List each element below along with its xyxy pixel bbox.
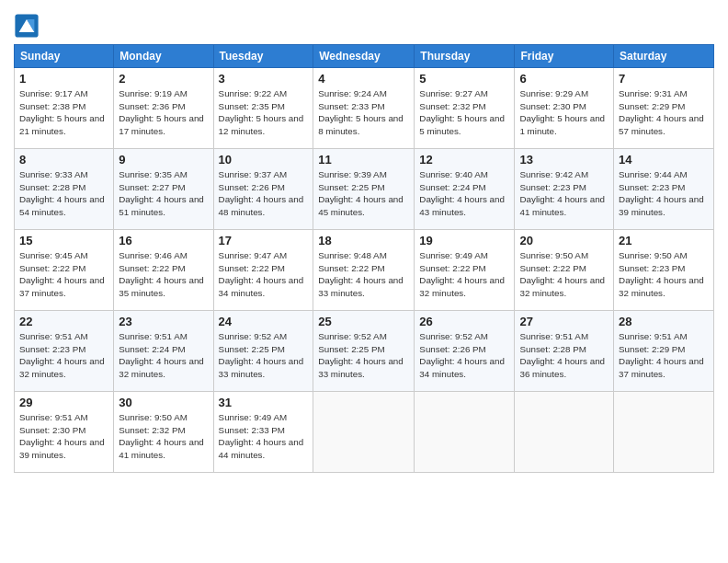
day-number: 25 [318,315,409,328]
day-info: Sunrise: 9:35 AM Sunset: 2:27 PM Dayligh… [119,168,208,219]
day-info: Sunrise: 9:51 AM Sunset: 2:29 PM Dayligh… [619,330,709,381]
header-monday: Monday [114,45,213,68]
calendar-cell: 20 Sunrise: 9:50 AM Sunset: 2:22 PM Dayl… [515,230,614,311]
day-number: 4 [318,72,409,86]
calendar-cell: 12 Sunrise: 9:40 AM Sunset: 2:24 PM Dayl… [415,149,515,230]
day-number: 30 [119,396,208,409]
day-info: Sunrise: 9:29 AM Sunset: 2:30 PM Dayligh… [519,87,609,138]
day-info: Sunrise: 9:52 AM Sunset: 2:25 PM Dayligh… [219,330,309,381]
header-row: SundayMondayTuesdayWednesdayThursdayFrid… [15,45,714,68]
day-number: 2 [119,72,208,86]
page: SundayMondayTuesdayWednesdayThursdayFrid… [0,0,728,563]
day-number: 20 [519,234,609,247]
day-number: 22 [19,315,108,328]
day-info: Sunrise: 9:46 AM Sunset: 2:22 PM Dayligh… [119,249,208,300]
calendar-cell: 21 Sunrise: 9:50 AM Sunset: 2:23 PM Dayl… [614,230,714,311]
day-info: Sunrise: 9:22 AM Sunset: 2:35 PM Dayligh… [219,87,309,138]
day-info: Sunrise: 9:27 AM Sunset: 2:32 PM Dayligh… [419,87,509,138]
day-number: 10 [219,153,309,167]
day-info: Sunrise: 9:42 AM Sunset: 2:23 PM Dayligh… [519,168,609,219]
calendar-cell [415,392,515,473]
day-number: 19 [419,234,509,247]
day-info: Sunrise: 9:50 AM Sunset: 2:22 PM Dayligh… [519,249,609,300]
calendar-cell: 31 Sunrise: 9:49 AM Sunset: 2:33 PM Dayl… [213,392,313,473]
calendar-cell: 7 Sunrise: 9:31 AM Sunset: 2:29 PM Dayli… [614,68,714,149]
day-number: 18 [318,234,409,247]
day-info: Sunrise: 9:51 AM Sunset: 2:28 PM Dayligh… [519,330,609,381]
day-info: Sunrise: 9:45 AM Sunset: 2:22 PM Dayligh… [19,249,108,300]
day-info: Sunrise: 9:19 AM Sunset: 2:36 PM Dayligh… [119,87,208,138]
day-number: 16 [119,234,208,247]
day-info: Sunrise: 9:51 AM Sunset: 2:30 PM Dayligh… [19,411,108,462]
calendar-cell: 25 Sunrise: 9:52 AM Sunset: 2:25 PM Dayl… [313,311,415,392]
day-number: 15 [19,234,108,247]
header-sunday: Sunday [15,45,114,68]
day-info: Sunrise: 9:40 AM Sunset: 2:24 PM Dayligh… [419,168,509,219]
day-number: 17 [219,234,309,247]
calendar-cell: 23 Sunrise: 9:51 AM Sunset: 2:24 PM Dayl… [114,311,213,392]
calendar-cell: 29 Sunrise: 9:51 AM Sunset: 2:30 PM Dayl… [15,392,114,473]
day-info: Sunrise: 9:24 AM Sunset: 2:33 PM Dayligh… [318,87,409,138]
day-number: 5 [419,72,509,86]
day-info: Sunrise: 9:49 AM Sunset: 2:22 PM Dayligh… [419,249,509,300]
day-number: 31 [219,396,309,409]
week-row-1: 1 Sunrise: 9:17 AM Sunset: 2:38 PM Dayli… [15,68,714,149]
week-row-2: 8 Sunrise: 9:33 AM Sunset: 2:28 PM Dayli… [15,149,714,230]
week-row-4: 22 Sunrise: 9:51 AM Sunset: 2:23 PM Dayl… [15,311,714,392]
calendar-body: 1 Sunrise: 9:17 AM Sunset: 2:38 PM Dayli… [15,68,714,473]
calendar-cell [614,392,714,473]
day-info: Sunrise: 9:52 AM Sunset: 2:25 PM Dayligh… [318,330,409,381]
day-info: Sunrise: 9:49 AM Sunset: 2:33 PM Dayligh… [219,411,309,462]
day-number: 29 [19,396,108,409]
calendar-cell: 2 Sunrise: 9:19 AM Sunset: 2:36 PM Dayli… [114,68,213,149]
calendar-cell: 10 Sunrise: 9:37 AM Sunset: 2:26 PM Dayl… [213,149,313,230]
logo-icon [14,13,40,39]
day-info: Sunrise: 9:33 AM Sunset: 2:28 PM Dayligh… [19,168,108,219]
calendar-table: SundayMondayTuesdayWednesdayThursdayFrid… [14,44,714,473]
day-number: 13 [519,153,609,167]
calendar-cell [515,392,614,473]
calendar-cell: 11 Sunrise: 9:39 AM Sunset: 2:25 PM Dayl… [313,149,415,230]
calendar-cell: 16 Sunrise: 9:46 AM Sunset: 2:22 PM Dayl… [114,230,213,311]
calendar-cell: 6 Sunrise: 9:29 AM Sunset: 2:30 PM Dayli… [515,68,614,149]
day-info: Sunrise: 9:51 AM Sunset: 2:23 PM Dayligh… [19,330,108,381]
calendar-cell: 24 Sunrise: 9:52 AM Sunset: 2:25 PM Dayl… [213,311,313,392]
calendar-cell: 14 Sunrise: 9:44 AM Sunset: 2:23 PM Dayl… [614,149,714,230]
calendar-cell: 17 Sunrise: 9:47 AM Sunset: 2:22 PM Dayl… [213,230,313,311]
day-info: Sunrise: 9:47 AM Sunset: 2:22 PM Dayligh… [219,249,309,300]
calendar-cell: 9 Sunrise: 9:35 AM Sunset: 2:27 PM Dayli… [114,149,213,230]
day-number: 28 [619,315,709,328]
calendar-cell: 28 Sunrise: 9:51 AM Sunset: 2:29 PM Dayl… [614,311,714,392]
calendar-cell: 15 Sunrise: 9:45 AM Sunset: 2:22 PM Dayl… [15,230,114,311]
day-number: 26 [419,315,509,328]
header-saturday: Saturday [614,45,714,68]
header-wednesday: Wednesday [313,45,415,68]
header-thursday: Thursday [415,45,515,68]
day-info: Sunrise: 9:31 AM Sunset: 2:29 PM Dayligh… [619,87,709,138]
day-number: 8 [19,153,108,167]
day-info: Sunrise: 9:50 AM Sunset: 2:23 PM Dayligh… [619,249,709,300]
header-friday: Friday [515,45,614,68]
day-number: 12 [419,153,509,167]
day-number: 21 [619,234,709,247]
header [14,9,714,39]
day-number: 6 [519,72,609,86]
calendar-cell: 8 Sunrise: 9:33 AM Sunset: 2:28 PM Dayli… [15,149,114,230]
calendar-cell: 4 Sunrise: 9:24 AM Sunset: 2:33 PM Dayli… [313,68,415,149]
calendar-cell: 13 Sunrise: 9:42 AM Sunset: 2:23 PM Dayl… [515,149,614,230]
logo [14,13,41,39]
day-number: 3 [219,72,309,86]
day-info: Sunrise: 9:39 AM Sunset: 2:25 PM Dayligh… [318,168,409,219]
calendar-cell: 5 Sunrise: 9:27 AM Sunset: 2:32 PM Dayli… [415,68,515,149]
calendar-cell: 22 Sunrise: 9:51 AM Sunset: 2:23 PM Dayl… [15,311,114,392]
day-info: Sunrise: 9:50 AM Sunset: 2:32 PM Dayligh… [119,411,208,462]
week-row-5: 29 Sunrise: 9:51 AM Sunset: 2:30 PM Dayl… [15,392,714,473]
day-info: Sunrise: 9:48 AM Sunset: 2:22 PM Dayligh… [318,249,409,300]
calendar-cell: 18 Sunrise: 9:48 AM Sunset: 2:22 PM Dayl… [313,230,415,311]
day-info: Sunrise: 9:52 AM Sunset: 2:26 PM Dayligh… [419,330,509,381]
day-info: Sunrise: 9:17 AM Sunset: 2:38 PM Dayligh… [19,87,108,138]
day-number: 11 [318,153,409,167]
calendar-header: SundayMondayTuesdayWednesdayThursdayFrid… [15,45,714,68]
day-number: 1 [19,72,108,86]
calendar-cell: 3 Sunrise: 9:22 AM Sunset: 2:35 PM Dayli… [213,68,313,149]
